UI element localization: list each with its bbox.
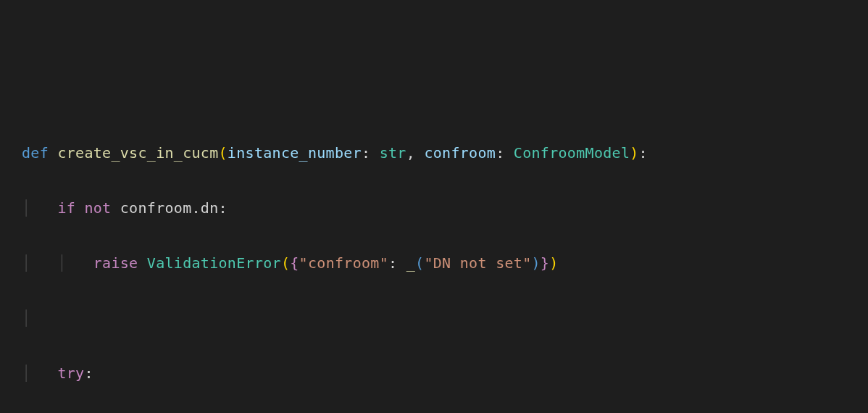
type-annotation: str — [380, 144, 406, 162]
string-literal: "DN not set" — [424, 254, 531, 272]
keyword-try: try — [57, 364, 84, 382]
code-editor[interactable]: def create_vsc_in_cucm(instance_number: … — [22, 139, 846, 413]
code-line: │ try: — [22, 359, 846, 387]
type-annotation: ConfroomModel — [514, 144, 630, 162]
keyword-raise: raise — [93, 254, 138, 272]
parameter: instance_number — [228, 144, 362, 162]
keyword-not: not — [84, 199, 111, 217]
class-name: ValidationError — [147, 254, 281, 272]
code-line: │ if not confroom.dn: — [22, 194, 846, 222]
paren: ( — [219, 144, 228, 162]
function-call: _ — [406, 254, 415, 272]
keyword-if: if — [57, 199, 75, 217]
keyword-def: def — [22, 144, 49, 162]
string-literal: "confroom" — [299, 254, 388, 272]
attribute: dn — [201, 199, 219, 217]
code-line: │ │ raise ValidationError({"confroom": _… — [22, 249, 846, 277]
function-name: create_vsc_in_cucm — [57, 144, 218, 162]
variable: confroom — [120, 199, 192, 217]
code-line: │ — [22, 304, 846, 332]
code-line: def create_vsc_in_cucm(instance_number: … — [22, 139, 846, 167]
parameter: confroom — [424, 144, 496, 162]
paren: ) — [630, 144, 638, 162]
